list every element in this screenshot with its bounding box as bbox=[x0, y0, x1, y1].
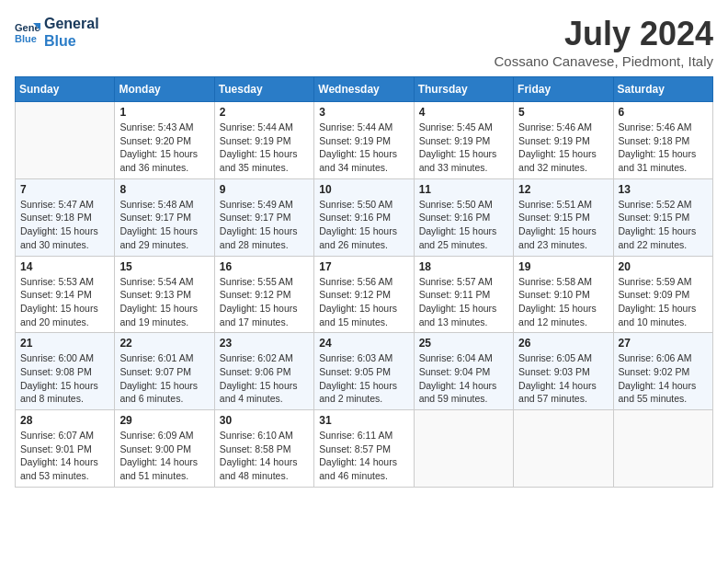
day-info: Sunrise: 5:43 AM Sunset: 9:20 PM Dayligh… bbox=[119, 121, 209, 175]
calendar-week-row: 21Sunrise: 6:00 AM Sunset: 9:08 PM Dayli… bbox=[16, 333, 713, 410]
calendar-week-row: 28Sunrise: 6:07 AM Sunset: 9:01 PM Dayli… bbox=[16, 410, 713, 488]
day-number: 28 bbox=[20, 414, 109, 427]
calendar-cell: 13Sunrise: 5:52 AM Sunset: 9:15 PM Dayli… bbox=[613, 178, 712, 256]
calendar-cell: 19Sunrise: 5:58 AM Sunset: 9:10 PM Dayli… bbox=[514, 256, 613, 333]
calendar-cell: 28Sunrise: 6:07 AM Sunset: 9:01 PM Dayli… bbox=[16, 410, 115, 488]
calendar-cell: 1Sunrise: 5:43 AM Sunset: 9:20 PM Daylig… bbox=[115, 102, 214, 179]
day-number: 19 bbox=[518, 260, 608, 273]
calendar-cell: 26Sunrise: 6:05 AM Sunset: 9:03 PM Dayli… bbox=[514, 333, 613, 410]
calendar-cell: 11Sunrise: 5:50 AM Sunset: 9:16 PM Dayli… bbox=[414, 178, 513, 256]
day-info: Sunrise: 5:50 AM Sunset: 9:16 PM Dayligh… bbox=[419, 198, 508, 252]
day-number: 4 bbox=[419, 106, 508, 119]
day-number: 5 bbox=[518, 106, 608, 119]
day-info: Sunrise: 5:58 AM Sunset: 9:10 PM Dayligh… bbox=[518, 275, 608, 329]
calendar-cell: 7Sunrise: 5:47 AM Sunset: 9:18 PM Daylig… bbox=[16, 178, 115, 256]
day-number: 21 bbox=[20, 337, 109, 350]
month-year-title: July 2024 bbox=[495, 15, 713, 53]
calendar-cell bbox=[414, 410, 513, 488]
day-number: 11 bbox=[419, 183, 508, 196]
day-number: 24 bbox=[319, 337, 408, 350]
day-info: Sunrise: 6:06 AM Sunset: 9:02 PM Dayligh… bbox=[619, 351, 708, 406]
day-number: 12 bbox=[518, 183, 608, 196]
day-info: Sunrise: 5:44 AM Sunset: 9:19 PM Dayligh… bbox=[220, 121, 309, 175]
day-number: 18 bbox=[419, 260, 508, 273]
day-number: 13 bbox=[619, 183, 708, 196]
day-info: Sunrise: 5:47 AM Sunset: 9:18 PM Dayligh… bbox=[20, 198, 109, 252]
day-number: 2 bbox=[220, 106, 309, 119]
weekday-header-saturday: Saturday bbox=[613, 77, 712, 102]
day-info: Sunrise: 5:52 AM Sunset: 9:15 PM Dayligh… bbox=[619, 198, 708, 252]
day-number: 14 bbox=[20, 260, 109, 273]
day-info: Sunrise: 5:55 AM Sunset: 9:12 PM Dayligh… bbox=[220, 275, 309, 329]
day-number: 29 bbox=[119, 414, 209, 427]
weekday-header-wednesday: Wednesday bbox=[314, 77, 414, 102]
day-number: 30 bbox=[220, 414, 309, 427]
weekday-header-row: SundayMondayTuesdayWednesdayThursdayFrid… bbox=[16, 77, 713, 102]
day-info: Sunrise: 6:00 AM Sunset: 9:08 PM Dayligh… bbox=[20, 351, 109, 406]
day-number: 22 bbox=[119, 337, 209, 350]
day-info: Sunrise: 6:03 AM Sunset: 9:05 PM Dayligh… bbox=[319, 351, 408, 406]
calendar-cell: 21Sunrise: 6:00 AM Sunset: 9:08 PM Dayli… bbox=[16, 333, 115, 410]
calendar-cell: 10Sunrise: 5:50 AM Sunset: 9:16 PM Dayli… bbox=[314, 178, 414, 256]
day-number: 27 bbox=[619, 337, 708, 350]
calendar-cell: 27Sunrise: 6:06 AM Sunset: 9:02 PM Dayli… bbox=[613, 333, 712, 410]
calendar-cell: 22Sunrise: 6:01 AM Sunset: 9:07 PM Dayli… bbox=[115, 333, 214, 410]
calendar-cell: 20Sunrise: 5:59 AM Sunset: 9:09 PM Dayli… bbox=[613, 256, 712, 333]
calendar-cell: 30Sunrise: 6:10 AM Sunset: 8:58 PM Dayli… bbox=[214, 410, 313, 488]
day-number: 8 bbox=[119, 183, 209, 196]
day-info: Sunrise: 5:59 AM Sunset: 9:09 PM Dayligh… bbox=[619, 275, 708, 329]
day-info: Sunrise: 6:02 AM Sunset: 9:06 PM Dayligh… bbox=[220, 351, 309, 406]
calendar-week-row: 7Sunrise: 5:47 AM Sunset: 9:18 PM Daylig… bbox=[16, 178, 713, 256]
day-number: 10 bbox=[319, 183, 408, 196]
day-info: Sunrise: 6:11 AM Sunset: 8:57 PM Dayligh… bbox=[319, 429, 408, 483]
day-info: Sunrise: 5:49 AM Sunset: 9:17 PM Dayligh… bbox=[220, 198, 309, 252]
day-info: Sunrise: 5:48 AM Sunset: 9:17 PM Dayligh… bbox=[119, 198, 209, 252]
day-info: Sunrise: 5:45 AM Sunset: 9:19 PM Dayligh… bbox=[419, 121, 508, 175]
day-number: 1 bbox=[119, 106, 209, 119]
day-info: Sunrise: 6:04 AM Sunset: 9:04 PM Dayligh… bbox=[419, 351, 508, 406]
calendar-cell: 8Sunrise: 5:48 AM Sunset: 9:17 PM Daylig… bbox=[115, 178, 214, 256]
calendar-cell: 5Sunrise: 5:46 AM Sunset: 9:19 PM Daylig… bbox=[514, 102, 613, 179]
page-header: General Blue General Blue July 2024 Coss… bbox=[15, 15, 713, 69]
calendar-cell: 29Sunrise: 6:09 AM Sunset: 9:00 PM Dayli… bbox=[115, 410, 214, 488]
weekday-header-thursday: Thursday bbox=[414, 77, 513, 102]
day-info: Sunrise: 5:56 AM Sunset: 9:12 PM Dayligh… bbox=[319, 275, 408, 329]
calendar-cell: 2Sunrise: 5:44 AM Sunset: 9:19 PM Daylig… bbox=[214, 102, 313, 179]
calendar-cell: 14Sunrise: 5:53 AM Sunset: 9:14 PM Dayli… bbox=[16, 256, 115, 333]
calendar-cell: 18Sunrise: 5:57 AM Sunset: 9:11 PM Dayli… bbox=[414, 256, 513, 333]
day-number: 15 bbox=[119, 260, 209, 273]
day-number: 20 bbox=[619, 260, 708, 273]
day-info: Sunrise: 5:46 AM Sunset: 9:18 PM Dayligh… bbox=[619, 121, 708, 175]
calendar-cell: 23Sunrise: 6:02 AM Sunset: 9:06 PM Dayli… bbox=[214, 333, 313, 410]
logo-general: General bbox=[44, 15, 99, 32]
day-number: 31 bbox=[319, 414, 408, 427]
day-number: 6 bbox=[619, 106, 708, 119]
calendar-cell: 17Sunrise: 5:56 AM Sunset: 9:12 PM Dayli… bbox=[314, 256, 414, 333]
logo: General Blue General Blue bbox=[15, 15, 99, 50]
day-info: Sunrise: 5:44 AM Sunset: 9:19 PM Dayligh… bbox=[319, 121, 408, 175]
day-number: 17 bbox=[319, 260, 408, 273]
svg-text:Blue: Blue bbox=[15, 33, 37, 44]
calendar-cell: 3Sunrise: 5:44 AM Sunset: 9:19 PM Daylig… bbox=[314, 102, 414, 179]
calendar-cell: 16Sunrise: 5:55 AM Sunset: 9:12 PM Dayli… bbox=[214, 256, 313, 333]
day-info: Sunrise: 5:57 AM Sunset: 9:11 PM Dayligh… bbox=[419, 275, 508, 329]
logo-blue: Blue bbox=[44, 32, 99, 50]
day-info: Sunrise: 5:54 AM Sunset: 9:13 PM Dayligh… bbox=[119, 275, 209, 329]
calendar-week-row: 14Sunrise: 5:53 AM Sunset: 9:14 PM Dayli… bbox=[16, 256, 713, 333]
calendar-cell: 15Sunrise: 5:54 AM Sunset: 9:13 PM Dayli… bbox=[115, 256, 214, 333]
title-section: July 2024 Cossano Canavese, Piedmont, It… bbox=[495, 15, 713, 69]
weekday-header-monday: Monday bbox=[115, 77, 214, 102]
day-info: Sunrise: 6:10 AM Sunset: 8:58 PM Dayligh… bbox=[220, 429, 309, 483]
day-info: Sunrise: 6:01 AM Sunset: 9:07 PM Dayligh… bbox=[119, 351, 209, 406]
day-number: 23 bbox=[220, 337, 309, 350]
calendar-cell: 31Sunrise: 6:11 AM Sunset: 8:57 PM Dayli… bbox=[314, 410, 414, 488]
day-number: 9 bbox=[220, 183, 309, 196]
weekday-header-friday: Friday bbox=[514, 77, 613, 102]
calendar-cell: 9Sunrise: 5:49 AM Sunset: 9:17 PM Daylig… bbox=[214, 178, 313, 256]
logo-icon: General Blue bbox=[15, 19, 40, 45]
calendar-cell: 6Sunrise: 5:46 AM Sunset: 9:18 PM Daylig… bbox=[613, 102, 712, 179]
day-info: Sunrise: 5:50 AM Sunset: 9:16 PM Dayligh… bbox=[319, 198, 408, 252]
day-number: 3 bbox=[319, 106, 408, 119]
calendar-table: SundayMondayTuesdayWednesdayThursdayFrid… bbox=[15, 76, 713, 488]
day-number: 16 bbox=[220, 260, 309, 273]
